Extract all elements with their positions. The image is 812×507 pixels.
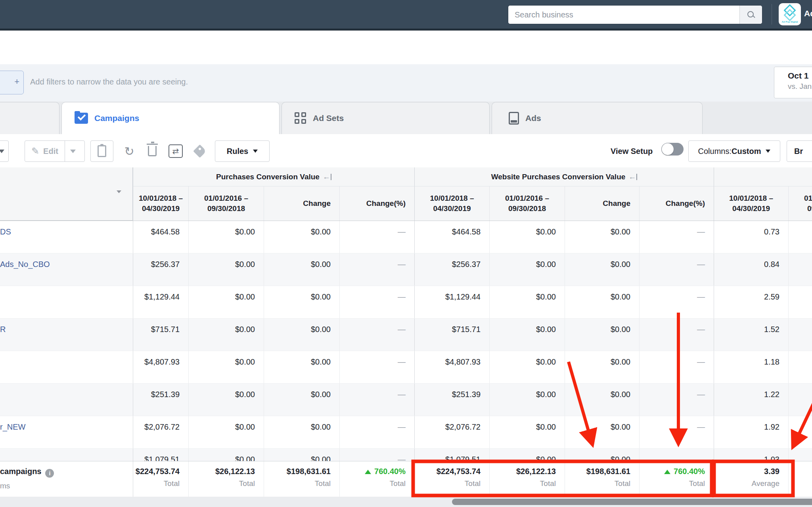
columns-button[interactable]: Columns: Custom: [688, 140, 780, 162]
breakdown-button[interactable]: Br: [787, 140, 812, 162]
create-dropdown-partial[interactable]: [0, 140, 9, 162]
column-group-title: Website Purchases Conversion Value←: [414, 167, 714, 186]
campaign-name-link[interactable]: r_NEW: [0, 416, 133, 448]
table-cell: $2,076.72: [414, 416, 489, 448]
top-navigation-bar: Ad Pop Digital Ad: [0, 0, 812, 29]
table-cell: $0.00: [188, 286, 264, 318]
search-button[interactable]: [739, 6, 762, 24]
info-icon[interactable]: i: [45, 469, 54, 478]
table-cell: —: [639, 449, 714, 461]
horizontal-scrollbar[interactable]: [452, 499, 812, 505]
tag-button[interactable]: [190, 140, 210, 162]
table-row: $1,129.44$0.00$0.00—$1,129.44$0.00$0.00—…: [0, 286, 812, 319]
table-cell: $0.00: [489, 286, 565, 318]
campaign-name-link[interactable]: [0, 286, 133, 318]
column-header[interactable]: 10/01/2018 –04/30/2019: [133, 186, 188, 221]
delete-button[interactable]: [142, 140, 163, 162]
totals-cell: [788, 461, 812, 497]
column-header[interactable]: 01/01/2016 –09/30/2018: [489, 186, 565, 221]
column-header[interactable]: Change: [264, 186, 339, 221]
table-cell: —: [639, 254, 714, 286]
breakdown-label: Br: [794, 147, 803, 156]
column-header[interactable]: 10/01/2018 –04/30/2019: [414, 186, 489, 221]
table-cell: —: [339, 449, 414, 461]
campaign-name-link[interactable]: [0, 351, 133, 383]
business-app-icon[interactable]: Ad Pop Digital: [779, 3, 801, 25]
filters-button[interactable]: +: [0, 71, 24, 94]
table-toolbar: ✎ Edit ↻ ⇄ Rules View Setup Columns: Cus…: [0, 134, 812, 168]
pencil-icon: ✎: [31, 146, 39, 157]
table-row: $4,807.93$0.00$0.00—$4,807.93$0.00$0.00—…: [0, 351, 812, 384]
table-cell: 1.18: [714, 351, 788, 383]
table-cell: $1,129.44: [414, 286, 489, 318]
table-cell: —: [339, 351, 414, 383]
table-cell: 1.92: [714, 416, 788, 448]
filter-placeholder[interactable]: Add filters to narrow the data you are s…: [30, 77, 188, 86]
tab-ads[interactable]: Ads: [492, 102, 703, 134]
table-cell: [788, 221, 812, 253]
collapse-group-icon[interactable]: ←: [628, 173, 637, 181]
ads-card-icon: [509, 112, 519, 125]
table-cell: $0.00: [264, 351, 339, 383]
table-cell: $0.00: [565, 254, 639, 286]
table-cell: —: [339, 384, 414, 416]
table-cell: $0.00: [489, 416, 565, 448]
table-cell: —: [339, 416, 414, 448]
campaign-name-link[interactable]: [0, 384, 133, 416]
collapse-group-icon[interactable]: ←: [323, 173, 331, 181]
table-cell: [788, 384, 812, 416]
table-header: Purchases Conversion Value←Website Purch…: [0, 167, 812, 221]
view-setup-toggle[interactable]: [661, 143, 684, 156]
table-cell: $0.00: [489, 449, 565, 461]
date-range-current: Oct 1: [788, 71, 812, 81]
edit-button[interactable]: ✎ Edit: [25, 140, 85, 162]
totals-row: campaignsims$224,753.74Total$26,122.13To…: [0, 461, 812, 497]
table-cell: $715.71: [133, 319, 188, 351]
increase-arrow-icon: [664, 470, 670, 474]
column-header[interactable]: Change: [565, 186, 639, 221]
table-cell: —: [339, 286, 414, 318]
search-icon: [747, 11, 755, 18]
column-header[interactable]: Change(%): [639, 186, 714, 221]
duplicate-button[interactable]: [90, 140, 113, 162]
column-header[interactable]: 10/01/2018 –04/30/2019: [714, 186, 788, 221]
column-group-title: Purchases Conversion Value←: [133, 167, 414, 186]
page-header: ! 1 Campaign With Errors Updated just no…: [0, 31, 812, 65]
tab-account-partial[interactable]: [0, 102, 59, 134]
column-header[interactable]: 01/01/2016 –09/30/2018: [188, 186, 264, 221]
column-header[interactable]: 01/01/2016 –09/30/2018: [788, 186, 812, 221]
table-cell: —: [639, 351, 714, 383]
table-cell: $0.00: [489, 351, 565, 383]
campaign-name-link[interactable]: R: [0, 319, 133, 351]
column-group-title: [714, 167, 812, 186]
rules-button[interactable]: Rules: [215, 140, 270, 162]
date-range-selector[interactable]: Oct 1 vs. Jan: [774, 67, 812, 98]
totals-cell: $198,631.61Total: [264, 461, 339, 497]
search-input[interactable]: [508, 6, 739, 24]
totals-cell: $26,122.13Total: [489, 461, 565, 497]
table-cell: —: [339, 319, 414, 351]
tab-ad-sets[interactable]: Ad Sets: [282, 102, 490, 134]
revert-icon: ↻: [124, 144, 134, 158]
table-cell: $1,129.44: [133, 286, 188, 318]
ab-test-button[interactable]: ⇄: [165, 140, 186, 162]
chevron-down-icon: [253, 150, 258, 153]
table-cell: $0.00: [188, 221, 264, 253]
totals-sub-label: ms: [0, 482, 133, 490]
table-row: DS$464.58$0.00$0.00—$464.58$0.00$0.00—0.…: [0, 221, 812, 254]
campaign-name-link[interactable]: [0, 449, 133, 461]
table-cell: $1,079.51: [414, 449, 489, 461]
revert-button[interactable]: ↻: [119, 140, 140, 162]
campaigns-table: Purchases Conversion Value←Website Purch…: [0, 167, 812, 497]
business-search: [508, 5, 762, 24]
name-column-header[interactable]: [0, 167, 133, 221]
campaign-name-link[interactable]: Ads_No_CBO: [0, 254, 133, 286]
column-header[interactable]: Change(%): [339, 186, 414, 221]
totals-summary-label: campaignsims: [0, 461, 133, 497]
table-row: R$715.71$0.00$0.00—$715.71$0.00$0.00—1.5…: [0, 319, 812, 351]
table-cell: $464.58: [133, 221, 188, 253]
tab-campaigns[interactable]: Campaigns: [61, 102, 280, 134]
totals-cell: $198,631.61Total: [565, 461, 639, 497]
table-cell: $0.00: [565, 449, 639, 461]
campaign-name-link[interactable]: DS: [0, 221, 133, 253]
